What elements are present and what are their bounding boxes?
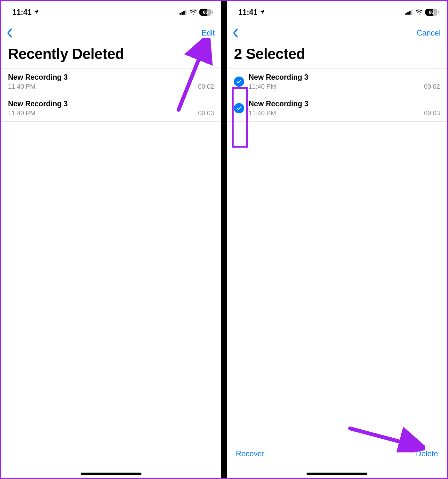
location-icon: [260, 8, 265, 17]
item-title: New Recording 3: [8, 100, 214, 108]
wifi-icon: [416, 10, 423, 15]
cellular-signal-icon: [180, 10, 187, 15]
item-time: 11:40 PM: [8, 83, 36, 90]
svg-rect-2: [183, 11, 185, 15]
list-item[interactable]: New Recording 3 11:40 PM 00:03: [227, 95, 447, 122]
status-time: 11:41: [238, 8, 258, 17]
page-title: Recently Deleted: [1, 42, 221, 68]
back-button[interactable]: [233, 28, 238, 38]
svg-rect-1: [181, 12, 183, 15]
phone-left: 11:41: [1, 1, 221, 478]
checkmark-icon[interactable]: [234, 103, 244, 113]
svg-rect-6: [407, 12, 409, 15]
list-item[interactable]: New Recording 3 11:40 PM 00:02: [1, 69, 221, 95]
item-duration: 00:03: [424, 110, 440, 117]
edit-button[interactable]: Edit: [202, 28, 215, 37]
svg-rect-3: [185, 10, 187, 15]
battery-icon: 66: [425, 9, 439, 16]
item-time: 11:40 PM: [8, 110, 36, 117]
status-bar: 11:41: [227, 1, 447, 20]
checkmark-icon[interactable]: [234, 77, 244, 87]
svg-rect-8: [411, 10, 412, 15]
list-item[interactable]: New Recording 3 11:40 PM 00:03: [1, 95, 221, 122]
nav-bar: Edit: [1, 20, 221, 42]
phone-right: 11:41: [227, 1, 447, 478]
home-indicator[interactable]: [81, 473, 141, 475]
item-duration: 00:02: [198, 83, 214, 90]
back-button[interactable]: [7, 28, 12, 38]
item-time: 11:40 PM: [249, 110, 276, 117]
recover-button[interactable]: Recover: [236, 449, 264, 458]
nav-bar: Cancel: [227, 20, 447, 42]
page-title: 2 Selected: [227, 42, 447, 68]
svg-rect-7: [409, 11, 411, 15]
svg-rect-5: [405, 13, 407, 15]
list-item[interactable]: New Recording 3 11:40 PM 00:02: [227, 69, 447, 95]
wifi-icon: [190, 10, 197, 15]
recordings-list: New Recording 3 11:40 PM 00:02 New Recor…: [227, 68, 447, 122]
svg-rect-0: [180, 13, 181, 15]
item-time: 11:40 PM: [249, 83, 276, 90]
svg-line-9: [350, 428, 414, 445]
item-title: New Recording 3: [249, 100, 440, 108]
item-title: New Recording 3: [249, 73, 440, 82]
status-time: 11:41: [12, 8, 32, 17]
status-bar: 11:41: [1, 1, 221, 20]
location-icon: [34, 8, 39, 17]
item-duration: 00:03: [198, 110, 214, 117]
item-duration: 00:02: [424, 83, 440, 90]
home-indicator[interactable]: [307, 473, 367, 475]
battery-icon: 66: [199, 9, 213, 16]
item-title: New Recording 3: [8, 73, 214, 82]
cellular-signal-icon: [405, 10, 413, 15]
delete-button[interactable]: Delete: [416, 449, 438, 458]
cancel-button[interactable]: Cancel: [417, 28, 441, 37]
recordings-list: New Recording 3 11:40 PM 00:02 New Recor…: [1, 68, 221, 122]
